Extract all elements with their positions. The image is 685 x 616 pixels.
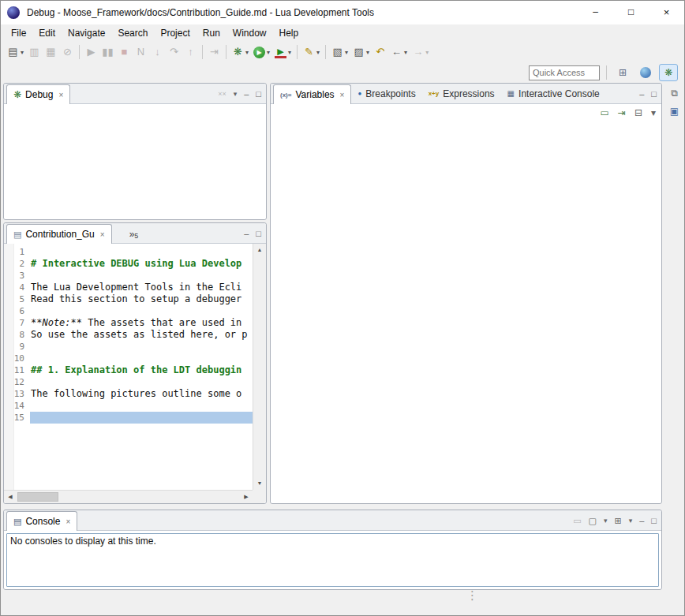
new-wizard-dropdown-icon[interactable]: ▾: [21, 49, 24, 56]
disconnect-button[interactable]: N: [133, 43, 149, 61]
save-button[interactable]: ▥: [26, 43, 43, 61]
console-minimize-button[interactable]: –: [639, 516, 644, 525]
variables-view-menu-button[interactable]: ▾: [651, 108, 656, 118]
new-wizard-button[interactable]: ▤▾: [5, 43, 26, 61]
open-console-button[interactable]: ⊞: [614, 516, 621, 525]
menu-file[interactable]: File: [5, 25, 32, 41]
editor-line[interactable]: 13The following pictures outline some o: [4, 388, 253, 400]
variables-minimize-button[interactable]: –: [639, 89, 644, 99]
external-tools-button[interactable]: ▶▾: [272, 43, 294, 61]
editor-line[interactable]: 2# Interactive DEBUG using Lua Develop: [4, 258, 253, 270]
scroll-left-icon[interactable]: ◀: [4, 491, 17, 503]
open-console-dropdown-icon[interactable]: ▾: [629, 516, 633, 525]
ldt-perspective-button[interactable]: [636, 64, 655, 81]
scroll-down-icon[interactable]: ▼: [253, 477, 266, 490]
scroll-right-icon[interactable]: ▶: [240, 491, 253, 503]
menu-edit[interactable]: Edit: [32, 25, 62, 41]
editor-line[interactable]: 6: [4, 305, 253, 317]
step-over-button[interactable]: ↷: [166, 43, 182, 61]
minimized-view-button[interactable]: ▣: [666, 103, 683, 119]
editor-tab-overflow[interactable]: »5: [129, 229, 139, 243]
close-tab-icon[interactable]: ×: [66, 517, 70, 526]
menu-window[interactable]: Window: [226, 25, 273, 41]
remove-all-terminated-button[interactable]: ××: [218, 89, 226, 99]
display-console-dropdown-icon[interactable]: ▾: [604, 516, 608, 525]
editor-line[interactable]: 1: [4, 246, 253, 258]
forward-button[interactable]: →▾: [410, 43, 431, 61]
tab-expressions[interactable]: x+yExpressions: [422, 84, 501, 103]
collapse-all-button[interactable]: ⊟: [634, 108, 642, 118]
variables-maximize-button[interactable]: □: [651, 89, 657, 99]
run-button[interactable]: ▶▾: [251, 43, 272, 61]
editor-line[interactable]: 9: [4, 341, 253, 353]
close-tab-icon[interactable]: ×: [58, 91, 63, 99]
tab-debug[interactable]: ❋ Debug ×: [6, 84, 70, 104]
new-snippet-button[interactable]: ▨▾: [350, 43, 372, 61]
menu-navigate[interactable]: Navigate: [62, 25, 111, 41]
console-maximize-button[interactable]: □: [651, 516, 657, 525]
save-all-button[interactable]: ▦: [43, 43, 59, 61]
menu-project[interactable]: Project: [154, 25, 196, 41]
menu-help[interactable]: Help: [273, 25, 305, 41]
editor-line[interactable]: 14: [4, 400, 253, 412]
editor-line[interactable]: 4The Lua Development Tools in the Ecli: [4, 282, 253, 293]
editor-horizontal-scrollbar[interactable]: ◀ ▶: [4, 490, 253, 503]
search-dropdown-icon[interactable]: ▾: [316, 49, 320, 56]
last-edit-location-button[interactable]: ↶: [372, 43, 388, 61]
tab-breakpoints[interactable]: ●Breakpoints: [351, 84, 421, 103]
editor-minimize-button[interactable]: –: [244, 229, 249, 238]
external-tools-dropdown-icon[interactable]: ▾: [288, 49, 291, 56]
step-into-button[interactable]: ↓: [149, 43, 166, 61]
pin-console-button[interactable]: ▭: [573, 516, 581, 525]
minimize-window-button[interactable]: –: [578, 1, 613, 24]
step-return-button[interactable]: ↑: [182, 43, 199, 61]
tab-interactive-console[interactable]: ▦Interactive Console: [501, 84, 606, 103]
debug-button[interactable]: ❋▾: [230, 43, 251, 61]
tab-variables[interactable]: (x)=Variables×: [273, 84, 351, 104]
menu-search[interactable]: Search: [111, 25, 154, 41]
editor-line[interactable]: 7**Note:** The assets that are used in: [4, 317, 253, 329]
editor-maximize-button[interactable]: □: [256, 229, 261, 238]
close-tab-icon[interactable]: ×: [340, 91, 345, 99]
open-perspective-button[interactable]: ⊞: [613, 64, 632, 81]
editor-line[interactable]: 12: [4, 376, 253, 388]
open-element-button[interactable]: ▧▾: [329, 43, 350, 61]
debug-view-menu-button[interactable]: ▾: [234, 89, 238, 99]
use-step-filters-button[interactable]: ⇥: [206, 43, 223, 61]
search-button[interactable]: ✎▾: [301, 43, 322, 61]
forward-dropdown-icon[interactable]: ▾: [425, 49, 429, 56]
close-window-button[interactable]: ×: [649, 1, 684, 24]
tab-contribution-guide[interactable]: ▤ Contribution_Gu ×: [6, 224, 112, 244]
editor-line[interactable]: 15: [4, 412, 253, 424]
horizontal-scrollbar-thumb[interactable]: [17, 492, 58, 502]
suspend-button[interactable]: ▮▮: [99, 43, 116, 61]
scroll-up-icon[interactable]: ▲: [253, 244, 266, 256]
editor-vertical-scrollbar[interactable]: ▲ ▼: [253, 244, 266, 490]
back-dropdown-icon[interactable]: ▾: [404, 49, 407, 56]
debug-dropdown-icon[interactable]: ▾: [245, 49, 249, 56]
terminate-button[interactable]: ■: [116, 43, 133, 61]
show-type-names-button[interactable]: ▭: [601, 108, 609, 118]
close-tab-icon[interactable]: ×: [100, 230, 105, 239]
skip-all-breakpoints-button[interactable]: ⊘: [59, 43, 76, 61]
resume-button[interactable]: ▶: [83, 43, 99, 61]
back-button[interactable]: ←▾: [388, 43, 410, 61]
debug-maximize-button[interactable]: □: [256, 89, 261, 99]
editor-line[interactable]: 5Read this section to setup a debugger: [4, 293, 253, 305]
run-dropdown-icon[interactable]: ▾: [267, 49, 270, 56]
editor-line[interactable]: 3: [4, 270, 253, 282]
editor-line[interactable]: 11## 1. Explanation of the LDT debuggin: [4, 364, 253, 376]
editor-line[interactable]: 10: [4, 353, 253, 364]
open-element-dropdown-icon[interactable]: ▾: [345, 49, 348, 56]
display-selected-console-button[interactable]: ▢: [589, 516, 597, 525]
debug-minimize-button[interactable]: –: [244, 89, 249, 99]
restore-views-button[interactable]: ⧉: [666, 85, 683, 101]
show-logical-structures-button[interactable]: ⇥: [618, 108, 626, 118]
editor-line[interactable]: 8So use the assets as listed here, or p: [4, 329, 253, 341]
maximize-window-button[interactable]: □: [613, 1, 649, 24]
status-bar-grip-icon[interactable]: ⋮: [466, 592, 478, 599]
editor-lines[interactable]: 12# Interactive DEBUG using Lua Develop3…: [4, 244, 253, 490]
menu-run[interactable]: Run: [197, 25, 226, 41]
new-snippet-dropdown-icon[interactable]: ▾: [366, 49, 369, 56]
editor-content[interactable]: 12# Interactive DEBUG using Lua Develop3…: [4, 244, 266, 503]
